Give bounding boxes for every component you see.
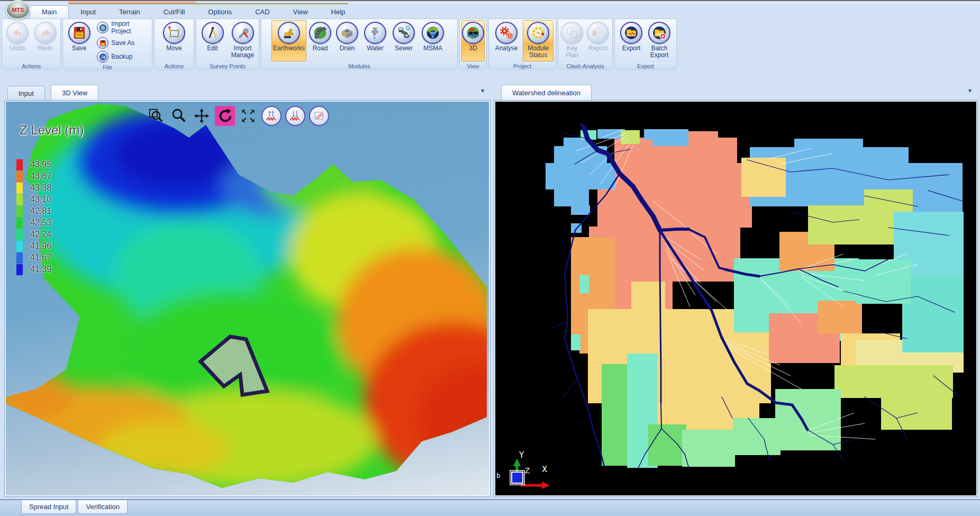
svg-text:%: %	[536, 31, 540, 35]
drain-button[interactable]: Drain	[334, 20, 360, 61]
bottom-status-bar: Spread Input Verification	[0, 499, 980, 516]
analyse-button[interactable]: Analyse	[491, 20, 522, 61]
save-as-button[interactable]: Save As	[97, 37, 148, 49]
menu-tab-view[interactable]: View	[282, 6, 320, 19]
view-3d-button[interactable]: 3D	[461, 20, 485, 61]
tab-3d-view[interactable]: 3D View	[51, 85, 98, 100]
watershed-viewport[interactable]: Y Z X b	[494, 100, 978, 497]
group-label-actions-2: Actions	[155, 61, 194, 70]
legend-row: 43.38	[16, 182, 51, 194]
menu-tab-terrain[interactable]: Terrain	[107, 6, 152, 19]
pan-icon[interactable]	[192, 106, 211, 126]
redo-button[interactable]: Redo	[32, 20, 59, 61]
snapshot-icon[interactable]	[309, 106, 329, 126]
wrench-icon	[232, 22, 254, 44]
left-panel-dropdown-icon[interactable]: ▼	[480, 88, 485, 94]
raise-terrain-icon[interactable]	[261, 106, 282, 126]
import-project-icon	[97, 22, 108, 33]
legend-swatch	[16, 241, 23, 252]
export-folder-icon	[620, 22, 642, 44]
legend-swatch	[16, 159, 23, 170]
msma-button[interactable]: MSMA	[419, 20, 447, 61]
batch-export-folder-icon	[648, 22, 670, 44]
key-plan-icon	[561, 22, 583, 44]
tab-input[interactable]: Input	[7, 86, 45, 100]
menu-tab-help[interactable]: Help	[320, 6, 357, 19]
undo-icon	[6, 22, 29, 44]
ribbon-group-clash-analysis: Key Plan Report Clash Analysis	[558, 19, 613, 69]
watershed-map-canvas: Y Z X	[494, 101, 976, 496]
axis-y-label: Y	[519, 450, 524, 460]
lower-terrain-icon[interactable]	[285, 106, 305, 126]
tab-watershed-delineation[interactable]: Watershed delineation	[501, 85, 592, 100]
ribbon-group-modules: Earthworks Road	[261, 19, 458, 69]
right-panel: Watershed delineation ▼	[494, 85, 978, 498]
water-button[interactable]: Water	[361, 20, 389, 61]
z-level-legend: 43.95 43.67 43.38 43.10 42.81 42.53 42.2…	[16, 159, 51, 275]
legend-swatch	[16, 252, 23, 264]
menu-tab-cad[interactable]: CAD	[243, 6, 281, 19]
msma-pond-icon	[422, 22, 444, 44]
import-manage-button[interactable]: Import Manage	[228, 20, 257, 61]
tab-verification[interactable]: Verification	[78, 500, 128, 514]
menu-tab-input[interactable]: Input	[69, 6, 107, 19]
view-3d-icon	[462, 22, 484, 44]
legend-swatch	[16, 206, 23, 217]
right-panel-dropdown-icon[interactable]: ▼	[967, 88, 973, 94]
menu-tab-main[interactable]: Main	[30, 5, 69, 19]
redo-icon	[34, 22, 57, 44]
legend-row: 41.67	[16, 252, 51, 264]
app-window: MTS Main Input Terrain Cut/Fill Options …	[0, 0, 980, 516]
app-logo-text: MTS	[12, 7, 24, 13]
save-button[interactable]: Save	[65, 20, 94, 61]
backup-button[interactable]: Backup	[97, 51, 148, 62]
legend-row: 42.24	[16, 229, 51, 240]
sewer-pipe-icon	[393, 22, 415, 44]
ribbon-group-view: 3D View	[459, 19, 487, 69]
road-button[interactable]: Road	[307, 20, 333, 61]
export-button[interactable]: Export	[618, 20, 645, 61]
clash-report-icon	[587, 22, 609, 44]
menu-tab-cutfill[interactable]: Cut/Fill	[152, 6, 196, 19]
ribbon-group-file: Save Import Project Save As	[62, 19, 152, 69]
legend-row: 43.95	[16, 159, 51, 170]
earthworks-button[interactable]: Earthworks	[271, 20, 306, 61]
group-label-view: View	[460, 61, 486, 70]
sewer-button[interactable]: Sewer	[390, 20, 418, 61]
legend-swatch	[16, 229, 23, 240]
module-status-button[interactable]: % Module Status	[523, 20, 553, 61]
zoom-icon[interactable]	[169, 106, 188, 126]
zoom-window-icon[interactable]	[147, 106, 166, 126]
legend-row: 42.53	[16, 217, 51, 229]
terrain-3d-viewport[interactable]: Z Level (m) 43.95 43.67 43.38 43.10 42.8…	[4, 100, 491, 497]
legend-row: 43.10	[16, 194, 51, 205]
batch-export-button[interactable]: Batch Export	[646, 20, 673, 61]
undo-button[interactable]: Undo	[4, 20, 31, 61]
drain-icon	[336, 22, 358, 44]
move-button[interactable]: Move	[159, 20, 189, 61]
module-status-gauge-icon: %	[527, 22, 549, 44]
backup-icon	[97, 51, 108, 62]
clash-report-button[interactable]: Report	[585, 20, 611, 61]
import-project-button[interactable]: Import Project	[97, 20, 148, 35]
tab-spread-input[interactable]: Spread Input	[21, 500, 76, 514]
edit-compass-icon	[202, 22, 224, 44]
file-small-buttons: Import Project Save As Backup	[95, 20, 150, 62]
group-label-export: Export	[615, 61, 676, 70]
key-plan-button[interactable]: Key Plan	[560, 20, 584, 61]
menu-tab-options[interactable]: Options	[196, 6, 243, 19]
right-panel-tabbar: Watershed delineation ▼	[494, 85, 978, 100]
app-logo[interactable]: MTS	[6, 0, 30, 20]
rotate-icon-active[interactable]	[215, 106, 235, 126]
menu-tab-bar: Main Input Terrain Cut/Fill Options CAD …	[30, 4, 357, 19]
legend-swatch	[16, 171, 23, 182]
left-panel: Input 3D View ▼	[4, 85, 491, 498]
axis-indicator: Y Z X	[510, 450, 550, 489]
axis-z-label: Z	[525, 466, 530, 475]
fit-extents-icon[interactable]	[239, 106, 258, 126]
bottom-tabbar: Spread Input Verification	[21, 500, 128, 514]
save-icon	[68, 22, 90, 44]
save-as-icon	[97, 37, 108, 49]
edit-survey-button[interactable]: Edit	[198, 20, 227, 61]
water-tap-icon	[364, 22, 386, 44]
